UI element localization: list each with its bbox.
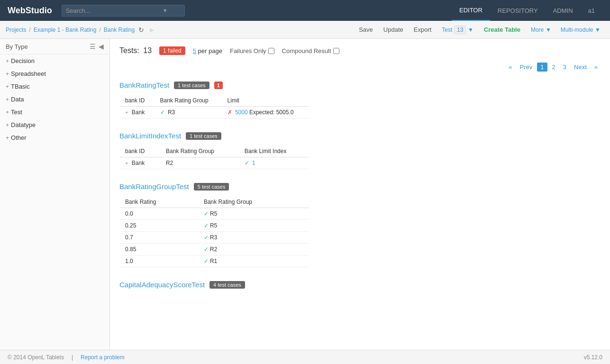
expand-btn-blimit[interactable]: +	[125, 160, 128, 166]
col-bankid-blimit: bank ID	[119, 146, 160, 157]
sidebar-item-label-tbasic: TBasic	[11, 83, 30, 90]
breadcrumb-sep-2: /	[99, 27, 100, 33]
cell-limitidx: ✓ 1	[239, 157, 309, 169]
col-ratinggroup-bankrating: Bank Rating Group	[155, 95, 222, 107]
per-page-link[interactable]: 5	[193, 47, 196, 55]
nav-links: EDITOR REPOSITORY ADMIN a1	[452, 0, 602, 21]
test-title-banklimitindex[interactable]: BankLimitIndexTest	[119, 132, 181, 140]
sidebar-item-datatype[interactable]: + Datatype	[0, 118, 109, 131]
toolbar-actions: Save Update Export Test 13 ▼ Create Tabl…	[354, 24, 604, 36]
cell-rg-value-blimit: R2	[166, 160, 173, 166]
test-button[interactable]: Test 13 ▼	[437, 24, 478, 36]
test-title-bankrating[interactable]: BankRatingTest	[119, 81, 169, 89]
save-button[interactable]: Save	[354, 24, 378, 35]
col-ratinggroup-brg: Bank Rating Group	[198, 196, 309, 208]
failed-badge: 1 failed	[159, 46, 185, 55]
nav-admin[interactable]: ADMIN	[546, 0, 581, 21]
search-input[interactable]	[66, 7, 161, 14]
test-chevron-icon: ▼	[468, 27, 473, 33]
more-button[interactable]: More ▼	[526, 24, 556, 35]
sidebar-item-label-decision: Decision	[11, 57, 35, 64]
limitidx-link[interactable]: 1	[252, 160, 255, 166]
sidebar-item-spreadsheet[interactable]: + Spreadsheet	[0, 67, 109, 80]
test-title-bankingratinggroup[interactable]: BankRatingGroupTest	[119, 182, 189, 191]
breadcrumb-current: Bank Rating	[104, 27, 135, 33]
plus-icon-decision: +	[6, 58, 9, 64]
breadcrumb-example[interactable]: Example 1 - Bank Rating	[34, 27, 97, 33]
pagination-page-1[interactable]: 1	[537, 63, 547, 72]
test-table-bankingratinggroup: Bank Rating Bank Rating Group 0.0 ✓R5 0.…	[119, 196, 309, 267]
expected-value: Expected: 5005.0	[249, 109, 293, 116]
sidebar-item-data[interactable]: + Data	[0, 93, 109, 106]
pagination-next-arrow[interactable]: »	[592, 63, 601, 72]
tests-title: Tests: 13	[119, 46, 152, 55]
per-page-label: per page	[198, 47, 222, 55]
pagination-page-2[interactable]: 2	[549, 63, 558, 72]
nav-repository[interactable]: REPOSITORY	[490, 0, 546, 21]
test-section-capitaladequacy: CapitalAdequacyScoreTest 4 test cases	[119, 281, 601, 289]
export-button[interactable]: Export	[409, 24, 437, 35]
test-table-bankrating: bank ID Bank Rating Group Limit + Bank ✓	[119, 95, 309, 118]
check-icon-5: ✓	[204, 258, 209, 264]
table-row: 0.0 ✓R5	[119, 208, 309, 220]
table-row: 0.7 ✓R3	[119, 232, 309, 244]
plus-icon-tbasic: +	[6, 83, 9, 90]
compound-result-label: Compound Result	[282, 47, 331, 55]
report-problem-link[interactable]: Report a problem	[81, 354, 125, 361]
pagination-prev-arrow[interactable]: «	[506, 63, 515, 72]
breadcrumb-projects[interactable]: Projects	[6, 27, 26, 33]
col-bankrating-brg: Bank Rating	[119, 196, 198, 208]
compound-result-container: Compound Result	[282, 47, 339, 55]
table-row: 1.0 ✓R1	[119, 255, 309, 267]
check-icon-1: ✓	[204, 210, 209, 217]
table-row: + Bank R2 ✓ 1	[119, 157, 309, 169]
more-chevron-icon: ▼	[546, 27, 551, 33]
sidebar: By Type ☰ ◀ + Decision + Spreadsheet + T…	[0, 39, 110, 350]
sidebar-icons: ☰ ◀	[90, 43, 104, 50]
create-table-button[interactable]: Create Table	[479, 24, 525, 35]
sidebar-item-label-other: Other	[11, 134, 27, 141]
update-button[interactable]: Update	[379, 24, 408, 35]
tests-header: Tests: 13 1 failed 5 per page Failures O…	[119, 46, 601, 55]
cell-rg-4: ✓R2	[198, 244, 309, 255]
plus-icon-data: +	[6, 96, 9, 103]
sidebar-item-test[interactable]: + Test	[0, 106, 109, 118]
expand-btn[interactable]: +	[125, 109, 128, 115]
pagination-page-3[interactable]: 3	[560, 63, 569, 72]
footer-version: v5.12.0	[584, 354, 610, 361]
more-label: More	[531, 27, 544, 33]
refresh-button[interactable]: ↻	[137, 26, 146, 34]
check-icon-2: ✓	[204, 222, 209, 229]
compound-result-checkbox[interactable]	[333, 48, 339, 54]
sidebar-menu-icon[interactable]: ☰	[90, 43, 96, 50]
sidebar-collapse-icon[interactable]: ◀	[99, 43, 104, 50]
plus-icon-test: +	[6, 109, 9, 116]
top-navigation: WebStudio ▼ EDITOR REPOSITORY ADMIN a1	[0, 0, 610, 21]
sidebar-item-decision[interactable]: + Decision	[0, 55, 109, 67]
failures-only-container: Failures Only	[230, 47, 274, 55]
pagination-next[interactable]: Next	[571, 63, 590, 72]
main-content: Tests: 13 1 failed 5 per page Failures O…	[110, 39, 610, 350]
pagination-prev[interactable]: Prev	[517, 63, 536, 72]
sidebar-item-other[interactable]: + Other	[0, 131, 109, 144]
fail-count-bankrating: 1	[214, 82, 223, 89]
sidebar-header: By Type ☰ ◀	[0, 39, 109, 55]
cell-br-3: 0.7	[119, 232, 198, 244]
cell-rg-2: ✓R5	[198, 220, 309, 232]
limit-link[interactable]: 5000	[235, 109, 248, 116]
multi-module-button[interactable]: Multi-module ▼	[557, 24, 604, 35]
nav-editor[interactable]: EDITOR	[452, 0, 490, 21]
test-section-bankrating: BankRatingTest 1 test cases 1 bank ID Ba…	[119, 81, 601, 118]
sidebar-item-label-spreadsheet: Spreadsheet	[11, 70, 46, 77]
check-icon-blimit: ✓	[245, 160, 249, 166]
col-limitindex-blimit: Bank Limit Index	[239, 146, 309, 157]
cell-rg-3: ✓R3	[198, 232, 309, 244]
test-title-capitaladequacy[interactable]: CapitalAdequacyScoreTest	[119, 281, 205, 289]
cell-br-4: 0.85	[119, 244, 198, 255]
sidebar-item-tbasic[interactable]: + TBasic	[0, 80, 109, 93]
table-row: + Bank ✓ R3 ✗ 5000 Expected: 5005.0	[119, 107, 309, 118]
failures-only-checkbox[interactable]	[268, 48, 274, 54]
check-icon-3: ✓	[204, 234, 209, 241]
search-chevron-icon: ▼	[163, 8, 168, 13]
sidebar-title: By Type	[6, 43, 28, 50]
